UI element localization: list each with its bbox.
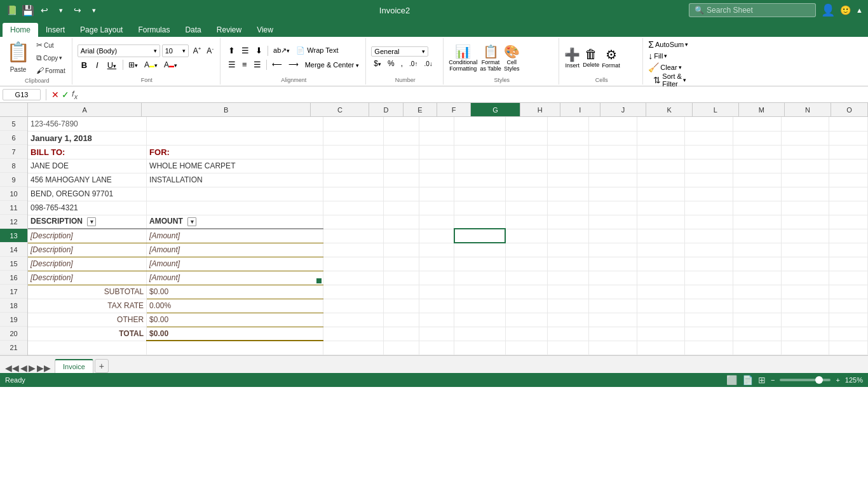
cell-m8[interactable]	[733, 159, 782, 173]
cell-f15[interactable]	[419, 257, 454, 271]
cell-e19[interactable]	[384, 313, 419, 327]
tab-formulas[interactable]: Formulas	[130, 23, 177, 37]
cell-e17[interactable]	[384, 285, 419, 299]
cell-i13[interactable]	[547, 229, 589, 243]
cell-d20[interactable]	[323, 327, 384, 341]
cell-j6[interactable]	[589, 131, 637, 145]
cell-j5[interactable]	[589, 117, 637, 131]
cell-c14[interactable]: [Amount]	[147, 243, 323, 257]
align-center-button[interactable]: ≡	[240, 58, 250, 71]
quick-save[interactable]: 💾	[22, 4, 34, 17]
cell-n19[interactable]	[781, 313, 829, 327]
row-num-15[interactable]: 15	[0, 257, 27, 271]
align-left-button[interactable]: ☰	[226, 58, 238, 71]
cell-o7[interactable]	[829, 145, 868, 159]
cell-b18[interactable]: TAX RATE	[28, 299, 147, 313]
cell-k7[interactable]	[637, 145, 685, 159]
cell-h16[interactable]	[505, 271, 547, 285]
cell-c18[interactable]: 0.00%	[147, 299, 323, 313]
cell-j12[interactable]	[589, 215, 637, 229]
row-num-14[interactable]: 14	[0, 243, 27, 257]
cancel-formula-icon[interactable]: ✕	[51, 90, 59, 100]
font-color-button[interactable]: A▬▾	[161, 60, 180, 70]
cell-e16[interactable]	[384, 271, 419, 285]
tab-page-layout[interactable]: Page Layout	[72, 23, 130, 37]
cell-h12[interactable]	[505, 215, 547, 229]
cell-k11[interactable]	[637, 201, 685, 215]
cell-h8[interactable]	[505, 159, 547, 173]
col-header-m[interactable]: M	[739, 103, 785, 116]
formula-input[interactable]	[80, 89, 865, 100]
cell-j11[interactable]	[589, 201, 637, 215]
cell-b14[interactable]: [Description]	[28, 243, 147, 257]
align-bottom-button[interactable]: ⬇	[253, 44, 265, 57]
cell-k6[interactable]	[637, 131, 685, 145]
cell-o12[interactable]	[829, 215, 868, 229]
cell-l9[interactable]	[685, 173, 733, 187]
cell-j9[interactable]	[589, 173, 637, 187]
cell-m14[interactable]	[733, 243, 782, 257]
cell-k18[interactable]	[637, 299, 685, 313]
cell-i7[interactable]	[547, 145, 589, 159]
zoom-out-button[interactable]: −	[771, 376, 775, 384]
cell-k15[interactable]	[637, 257, 685, 271]
cell-o20[interactable]	[829, 327, 868, 341]
percent-button[interactable]: %	[385, 58, 397, 69]
cell-e10[interactable]	[384, 187, 419, 201]
col-header-l[interactable]: L	[693, 103, 739, 116]
number-format-selector[interactable]: General▾	[371, 46, 428, 57]
cell-o17[interactable]	[829, 285, 868, 299]
cell-j7[interactable]	[589, 145, 637, 159]
font-name-selector[interactable]: Arial (Body) ▾	[78, 44, 160, 57]
cell-j14[interactable]	[589, 243, 637, 257]
cell-j10[interactable]	[589, 187, 637, 201]
cell-c21[interactable]	[147, 341, 323, 355]
row-num-11[interactable]: 11	[0, 201, 27, 215]
cell-l10[interactable]	[685, 187, 733, 201]
cell-g17[interactable]	[454, 285, 506, 299]
cell-o13[interactable]	[829, 229, 868, 243]
cell-b20[interactable]: TOTAL	[28, 327, 147, 341]
cell-n7[interactable]	[781, 145, 829, 159]
cell-i19[interactable]	[547, 313, 589, 327]
cell-n21[interactable]	[781, 341, 829, 355]
cell-i8[interactable]	[547, 159, 589, 173]
cell-d11[interactable]	[323, 201, 384, 215]
cell-j13[interactable]	[589, 229, 637, 243]
cell-f6[interactable]	[419, 131, 454, 145]
align-top-button[interactable]: ⬆	[226, 44, 238, 57]
cell-l6[interactable]	[685, 131, 733, 145]
sheet-tab-invoice[interactable]: Invoice	[55, 359, 93, 373]
cell-d18[interactable]	[323, 299, 384, 313]
cell-o16[interactable]	[829, 271, 868, 285]
cell-e8[interactable]	[384, 159, 419, 173]
increase-font-button[interactable]: A+	[191, 44, 204, 57]
cell-e5[interactable]	[384, 117, 419, 131]
tab-view[interactable]: View	[249, 23, 281, 37]
cell-n16[interactable]	[781, 271, 829, 285]
cell-f8[interactable]	[419, 159, 454, 173]
cell-f11[interactable]	[419, 201, 454, 215]
cell-b8[interactable]: JANE DOE	[28, 159, 147, 173]
cell-i10[interactable]	[547, 187, 589, 201]
cell-i21[interactable]	[547, 341, 589, 355]
cell-j18[interactable]	[589, 299, 637, 313]
row-num-8[interactable]: 8	[0, 159, 27, 173]
cell-h7[interactable]	[505, 145, 547, 159]
zoom-in-button[interactable]: +	[836, 376, 839, 384]
cell-b15[interactable]: [Description]	[28, 257, 147, 271]
cell-g18[interactable]	[454, 299, 506, 313]
cell-n18[interactable]	[781, 299, 829, 313]
cell-e12[interactable]	[384, 215, 419, 229]
cell-e18[interactable]	[384, 299, 419, 313]
col-header-h[interactable]: H	[520, 103, 560, 116]
cell-k17[interactable]	[637, 285, 685, 299]
cell-g5[interactable]	[454, 117, 506, 131]
cell-m19[interactable]	[733, 313, 782, 327]
conditional-formatting-button[interactable]: 📊 ConditionalFormatting	[449, 44, 477, 72]
cell-c16[interactable]: [Amount]	[147, 271, 323, 285]
cell-n15[interactable]	[781, 257, 829, 271]
cell-g15[interactable]	[454, 257, 506, 271]
cell-n9[interactable]	[781, 173, 829, 187]
align-right-button[interactable]: ☰	[251, 58, 264, 71]
